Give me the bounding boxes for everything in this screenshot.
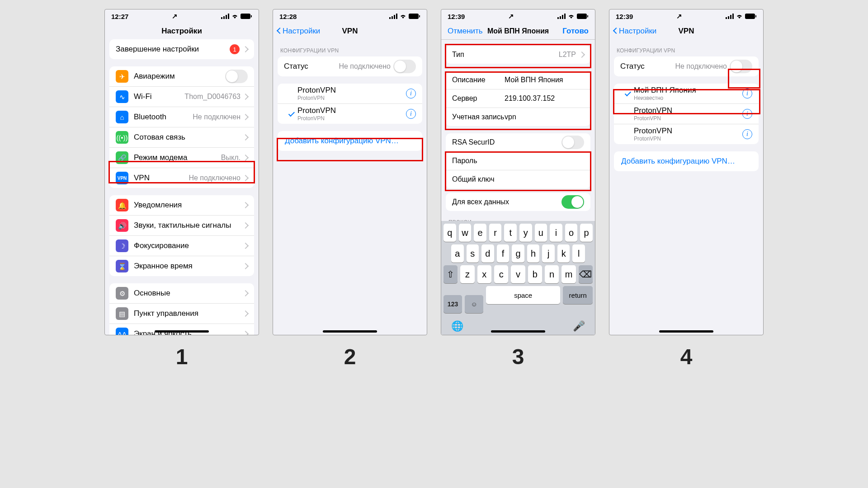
row-bluetooth[interactable]: ⌂BluetoothНе подключен (109, 107, 254, 127)
svg-rect-12 (557, 17, 559, 19)
airplane-switch[interactable] (225, 70, 248, 83)
row-cellular[interactable]: ((•))Сотовая связь (109, 127, 254, 147)
info-icon[interactable]: i (406, 109, 416, 119)
row-wifi[interactable]: ∿Wi-FiThom_D0046763 (109, 86, 254, 107)
key-f[interactable]: f (497, 244, 509, 263)
account-input[interactable]: vpn (505, 113, 516, 121)
svg-rect-5 (251, 15, 252, 18)
key-a[interactable]: a (451, 244, 464, 263)
vpn-config-item[interactable]: Мой ВПН ЯпонияНеизвестноi (614, 84, 759, 103)
phone-1-settings: 12:27 ↗ Настройки Завершение настройки 1… (104, 9, 259, 335)
nav-bar: Отменить Мой ВПН Япония Готово (441, 23, 595, 40)
row-airplane[interactable]: ✈Авиарежим (109, 66, 254, 86)
key-i[interactable]: i (550, 224, 562, 242)
row-notifications[interactable]: 🔔Уведомления (109, 195, 254, 215)
key-c[interactable]: c (494, 265, 508, 283)
row-secret[interactable]: Общий ключ (446, 170, 590, 188)
content-scroll[interactable]: КОНФИГУРАЦИИ VPN Статус Не подключено Pr… (273, 39, 427, 335)
key-q[interactable]: q (443, 224, 456, 242)
info-icon[interactable]: i (742, 129, 752, 139)
all-data-switch[interactable] (561, 195, 584, 209)
globe-icon[interactable]: 🌐 (451, 320, 463, 332)
key-h[interactable]: h (527, 244, 540, 263)
vpn-status-switch[interactable] (393, 60, 416, 73)
vpn-config-item[interactable]: ProtonVPNProtonVPNi (614, 124, 759, 144)
key-n[interactable]: n (545, 265, 559, 283)
key-k[interactable]: k (557, 244, 570, 263)
row-description[interactable]: ОписаниеМой ВПН Япония (446, 71, 590, 89)
mic-icon[interactable]: 🎤 (573, 320, 585, 332)
svg-rect-21 (732, 14, 734, 19)
add-vpn-config-button[interactable]: Добавить конфигурацию VPN… (278, 131, 422, 151)
row-account[interactable]: Учетная записьvpn (446, 108, 590, 126)
row-control-center[interactable]: ▤Пункт управления (109, 303, 254, 324)
key-r[interactable]: r (489, 224, 502, 242)
rsa-switch[interactable] (561, 136, 584, 149)
home-indicator[interactable] (659, 330, 713, 333)
key-g[interactable]: g (512, 244, 524, 263)
vpn-config-item[interactable]: ProtonVPNProtonVPNi (614, 103, 759, 124)
info-icon[interactable]: i (742, 109, 752, 119)
key-s[interactable]: s (467, 244, 479, 263)
row-server[interactable]: Сервер219.100.37.152 (446, 89, 590, 108)
emoji-key[interactable]: ☺ (465, 295, 483, 313)
space-key[interactable]: space (486, 286, 560, 304)
info-icon[interactable]: i (742, 89, 752, 99)
back-button[interactable]: Настройки (614, 27, 656, 36)
info-icon[interactable]: i (406, 89, 416, 99)
row-hotspot[interactable]: 🔗Режим модемаВыкл. (109, 147, 254, 168)
return-key[interactable]: return (563, 286, 593, 304)
svg-rect-7 (392, 16, 393, 19)
chevron-right-icon (242, 290, 249, 296)
server-input[interactable]: 219.100.37.152 (505, 94, 555, 103)
svg-rect-23 (755, 15, 756, 18)
backspace-key[interactable]: ⌫ (579, 265, 593, 283)
description-input[interactable]: Мой ВПН Япония (505, 76, 563, 84)
row-vpn[interactable]: VPNVPNНе подключено (109, 168, 254, 188)
content-scroll[interactable]: КОНФИГУРАЦИИ VPN Статус Не подключено Мо… (609, 39, 763, 335)
page-title: Настройки (161, 27, 202, 36)
key-j[interactable]: j (542, 244, 555, 263)
add-vpn-config-button[interactable]: Добавить конфигурацию VPN… (614, 151, 759, 171)
row-general[interactable]: ⚙Основные (109, 283, 254, 303)
cancel-button[interactable]: Отменить (448, 27, 483, 36)
key-w[interactable]: w (459, 224, 472, 242)
shift-key[interactable]: ⇧ (443, 265, 458, 283)
secret-input[interactable]: Общий ключ (452, 175, 495, 183)
key-p[interactable]: p (580, 224, 593, 242)
key-u[interactable]: u (535, 224, 547, 242)
key-d[interactable]: d (481, 244, 494, 263)
numbers-key[interactable]: 123 (443, 295, 462, 313)
row-password[interactable]: Пароль (446, 151, 590, 170)
row-finish-setup[interactable]: Завершение настройки 1 (109, 39, 254, 59)
vpn-config-item[interactable]: ProtonVPNProtonVPNi (278, 84, 422, 103)
key-t[interactable]: t (504, 224, 517, 242)
row-sounds[interactable]: 🔊Звуки, тактильные сигналы (109, 215, 254, 235)
key-e[interactable]: e (474, 224, 486, 242)
key-b[interactable]: b (528, 265, 542, 283)
key-y[interactable]: y (519, 224, 532, 242)
home-indicator[interactable] (323, 330, 377, 333)
status-bar: 12:39↗ (441, 9, 595, 23)
done-button[interactable]: Готово (562, 27, 589, 36)
battery-icon (745, 14, 757, 19)
key-v[interactable]: v (511, 265, 525, 283)
vpn-config-item[interactable]: ProtonVPNProtonVPNi (278, 103, 422, 124)
time: 12:27 (111, 13, 128, 20)
key-z[interactable]: z (460, 265, 474, 283)
row-display[interactable]: AAЭкран и яркость (109, 324, 254, 335)
keyboard[interactable]: qwertyuiop asdfghjkl ⇧ zxcvbnm⌫ 123 ☺ sp… (441, 221, 595, 335)
content-scroll[interactable]: Завершение настройки 1 ✈Авиарежим ∿Wi-Fi… (105, 39, 259, 335)
key-x[interactable]: x (477, 265, 491, 283)
password-input[interactable]: Пароль (452, 157, 477, 165)
back-button[interactable]: Настройки (278, 27, 320, 36)
key-m[interactable]: m (561, 265, 576, 283)
key-l[interactable]: l (572, 244, 585, 263)
vpn-status-switch[interactable] (730, 60, 752, 73)
home-indicator[interactable] (491, 330, 545, 333)
row-focus[interactable]: ☽Фокусирование (109, 235, 254, 256)
row-type[interactable]: ТипL2TP (446, 46, 590, 64)
home-indicator[interactable] (155, 330, 209, 333)
row-screentime[interactable]: ⌛Экранное время (109, 256, 254, 276)
key-o[interactable]: o (565, 224, 578, 242)
